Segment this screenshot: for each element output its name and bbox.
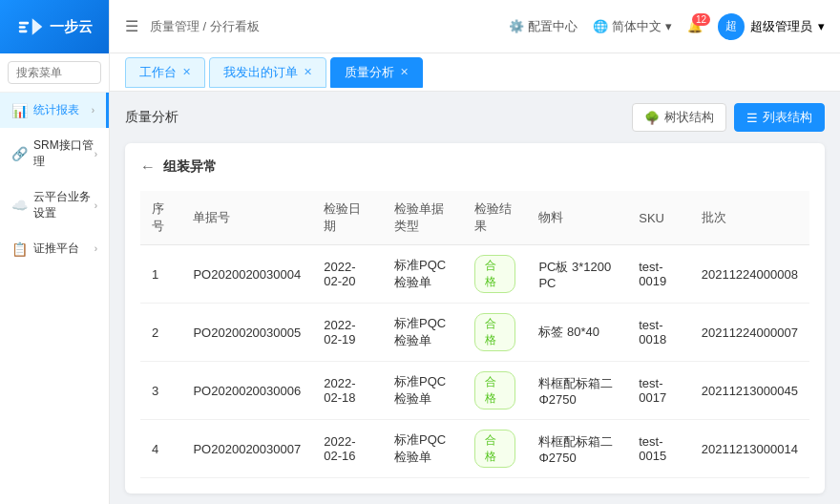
tab-my-orders[interactable]: 我发出的订单 ✕ [209,57,326,88]
logo-area: 一步云 [0,0,109,53]
tree-view-button[interactable]: 🌳 树状结构 [632,103,726,132]
sidebar: 一步云 📊 统计报表 › 🔗 SRM接口管理 › ☁️ 云平台业务设置 › 📋 … [0,0,110,504]
tab-quality[interactable]: 质量分析 ✕ [330,57,423,88]
view-toggle-group: 🌳 树状结构 ☰ 列表结构 [632,103,825,132]
tab-quality-label: 质量分析 [345,64,394,81]
cell-type: 标准PQC检验单 [383,420,463,478]
logo-icon [17,13,44,40]
chevron-icon: › [94,243,97,254]
cell-batch: 20211213000045 [690,362,809,420]
admin-chevron-icon: ▾ [818,19,825,33]
sidebar-item-label: 统计报表 [33,102,79,118]
cell-order-no: PO2020020030007 [181,420,312,478]
cell-date: 2022-02-20 [312,245,383,304]
result-badge: 合格 [474,313,515,351]
col-sku: SKU [627,191,689,245]
admin-label: 超级管理员 [750,18,812,35]
cell-material: PC板 3*1200 PC [527,245,627,304]
svg-rect-2 [18,31,27,33]
data-table: 序号 单据号 检验日期 检验单据类型 检验结果 物料 SKU 批次 1PO202… [140,191,809,478]
cell-sku: test-0017 [627,362,689,420]
avatar-area[interactable]: 超 超级管理员 ▾ [718,13,825,40]
table-body: 1PO20200200300042022-02-20标准PQC检验单合格PC板 … [140,245,809,478]
cell-material: 标签 80*40 [527,304,627,362]
table-header-row: 序号 单据号 检验日期 检验单据类型 检验结果 物料 SKU 批次 [140,191,809,245]
search-input[interactable] [8,61,101,84]
cert-icon: 📋 [11,242,28,257]
table-header: 序号 单据号 检验日期 检验单据类型 检验结果 物料 SKU 批次 [140,191,809,245]
tab-my-orders-label: 我发出的订单 [223,64,298,81]
col-index: 序号 [140,191,181,245]
tab-work-label: 工作台 [139,64,177,81]
tabs-bar: 工作台 ✕ 我发出的订单 ✕ 质量分析 ✕ [110,53,840,92]
result-badge: 合格 [474,255,515,293]
config-center-label: 配置中心 [528,18,578,35]
cell-batch: 20211224000008 [690,245,809,304]
sidebar-item-platform[interactable]: ☁️ 云平台业务设置 › [0,179,109,231]
tab-work-close[interactable]: ✕ [182,66,191,78]
cell-index: 1 [140,245,181,304]
sidebar-item-cert[interactable]: 📋 证推平台 › [0,231,109,266]
cell-index: 3 [140,362,181,420]
page-header: 质量分析 🌳 树状结构 ☰ 列表结构 [125,103,825,132]
cell-order-no: PO2020020030006 [181,362,312,420]
back-arrow-button[interactable]: ← [140,158,156,176]
sidebar-item-label: 云平台业务设置 [33,189,94,221]
menu-toggle-button[interactable]: ☰ [125,17,138,35]
table-row: 1PO20200200300042022-02-20标准PQC检验单合格PC板 … [140,245,809,304]
tree-view-label: 树状结构 [664,109,714,126]
list-view-label: 列表结构 [763,109,812,126]
cell-index: 4 [140,420,181,478]
main-content: ☰ 质量管理 / 分行看板 ⚙️ 配置中心 🌐 简体中文 ▾ 🔔 12 超 超级… [110,0,840,504]
cell-batch: 20211213000014 [690,420,809,478]
result-badge: 合格 [474,430,515,468]
lang-chevron-icon: ▾ [665,19,672,33]
notification-bell[interactable]: 🔔 12 [687,19,703,33]
result-badge: 合格 [474,371,515,410]
tab-my-orders-close[interactable]: ✕ [304,66,312,78]
cell-date: 2022-02-18 [312,362,383,420]
svg-rect-1 [18,26,25,29]
list-view-button[interactable]: ☰ 列表结构 [734,103,825,132]
logo-text: 一步云 [50,18,93,36]
topbar-right: ⚙️ 配置中心 🌐 简体中文 ▾ 🔔 12 超 超级管理员 ▾ [509,13,825,40]
table-row: 3PO20200200300062022-02-18标准PQC检验单合格料框配标… [140,362,809,420]
main-card: ← 组装异常 序号 单据号 检验日期 检验单据类型 检验结果 物料 SKU 批次 [125,143,825,494]
config-icon: ⚙️ [509,19,524,33]
cell-type: 标准PQC检验单 [383,304,463,362]
col-batch: 批次 [690,191,809,245]
section-title-text: 组装异常 [163,158,217,176]
list-icon: ☰ [746,111,758,125]
statistics-icon: 📊 [11,103,28,118]
cell-batch: 20211224000007 [690,304,809,362]
tab-work[interactable]: 工作台 ✕ [125,57,205,88]
cell-sku: test-0019 [627,245,689,304]
col-material: 物料 [527,191,627,245]
sidebar-item-statistics[interactable]: 📊 统计报表 › [0,93,109,128]
search-box[interactable] [0,53,109,93]
topbar-left: ☰ 质量管理 / 分行看板 [125,17,260,35]
cell-type: 标准PQC检验单 [383,362,463,420]
avatar: 超 [718,13,745,40]
cell-material: 料框配标箱二 Φ2750 [527,362,627,420]
chevron-icon: › [94,149,97,159]
cell-sku: test-0018 [627,304,689,362]
col-order-no: 单据号 [181,191,312,245]
srm-icon: 🔗 [11,146,28,161]
platform-icon: ☁️ [11,198,28,213]
lang-button[interactable]: 🌐 简体中文 ▾ [593,18,672,35]
col-result: 检验结果 [463,191,527,245]
page-title: 质量分析 [125,109,178,126]
cell-order-no: PO2020020030004 [181,245,312,304]
tab-quality-close[interactable]: ✕ [400,66,409,78]
topbar: ☰ 质量管理 / 分行看板 ⚙️ 配置中心 🌐 简体中文 ▾ 🔔 12 超 超级… [110,0,840,53]
cell-result: 合格 [463,362,527,420]
sidebar-item-srm[interactable]: 🔗 SRM接口管理 › [0,128,109,179]
config-center-button[interactable]: ⚙️ 配置中心 [509,18,578,35]
lang-label: 简体中文 [612,18,662,35]
content-area: 质量分析 🌳 树状结构 ☰ 列表结构 ← 组装异常 [110,92,840,504]
chevron-icon: › [92,105,94,116]
cell-result: 合格 [463,420,527,478]
cell-sku: test-0015 [627,420,689,478]
col-date: 检验日期 [312,191,383,245]
